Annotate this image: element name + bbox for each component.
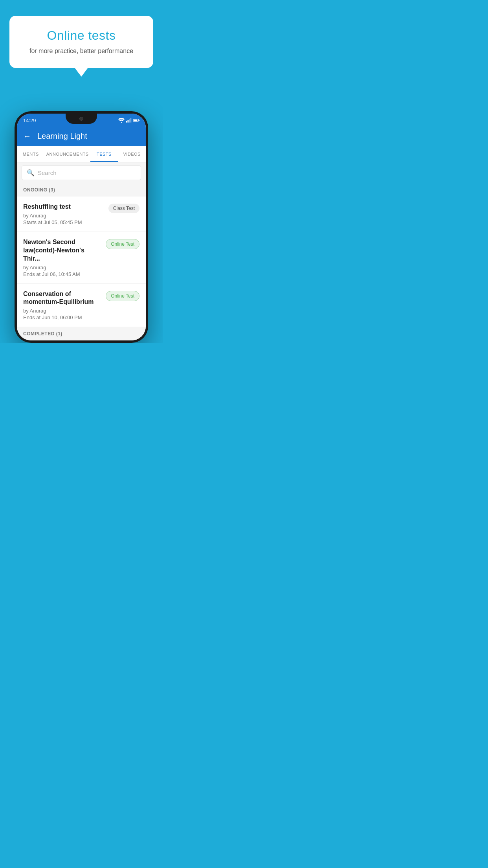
test-author: by Anurag — [23, 265, 102, 270]
search-icon: 🔍 — [27, 169, 35, 177]
list-item[interactable]: Newton's Second law(contd)-Newton's Thir… — [17, 232, 146, 283]
tab-videos[interactable]: VIDEOS — [118, 146, 146, 162]
section-header-ongoing: ONGOING (3) — [17, 183, 146, 197]
camera-cutout — [79, 117, 83, 121]
test-title: Reshuffling test — [23, 203, 105, 211]
battery-icon — [133, 118, 139, 123]
speech-bubble: Online tests for more practice, better p… — [9, 16, 153, 68]
section-header-completed: COMPLETED (1) — [17, 327, 146, 340]
test-title: Conservation of momentum-Equilibrium — [23, 290, 102, 307]
tab-tests[interactable]: TESTS — [90, 146, 118, 162]
list-item[interactable]: Reshuffling test by Anurag Starts at Jul… — [17, 197, 146, 232]
phone-container: 14:29 — [0, 92, 163, 343]
wifi-icon — [118, 118, 125, 123]
test-author: by Anurag — [23, 213, 105, 219]
svg-rect-3 — [130, 118, 132, 123]
test-info: Conservation of momentum-Equilibrium by … — [23, 290, 102, 321]
search-placeholder: Search — [38, 169, 57, 176]
app-bar: ← Learning Light — [17, 126, 146, 146]
test-date: Ends at Jun 10, 06:00 PM — [23, 314, 102, 320]
phone-mockup: 14:29 — [15, 111, 148, 343]
status-icons — [118, 118, 139, 123]
search-box[interactable]: 🔍 Search — [22, 166, 141, 180]
test-date: Starts at Jul 05, 05:45 PM — [23, 219, 105, 225]
phone-notch — [66, 114, 97, 124]
test-badge-online-test: Online Test — [106, 239, 139, 249]
tab-announcements[interactable]: ANNOUNCEMENTS — [45, 146, 90, 162]
test-date: Ends at Jul 06, 10:45 AM — [23, 271, 102, 277]
svg-rect-1 — [128, 120, 129, 123]
hero-section: Online tests for more practice, better p… — [0, 0, 163, 92]
svg-rect-2 — [129, 120, 130, 123]
hero-subtitle: for more practice, better performance — [20, 47, 142, 55]
test-list: Reshuffling test by Anurag Starts at Jul… — [17, 197, 146, 327]
signal-icon — [126, 118, 132, 123]
status-time: 14:29 — [23, 118, 36, 123]
back-button[interactable]: ← — [23, 132, 31, 141]
test-info: Reshuffling test by Anurag Starts at Jul… — [23, 203, 105, 225]
test-info: Newton's Second law(contd)-Newton's Thir… — [23, 238, 102, 277]
search-container: 🔍 Search — [17, 162, 146, 183]
list-item[interactable]: Conservation of momentum-Equilibrium by … — [17, 284, 146, 327]
hero-title: Online tests — [20, 28, 142, 43]
test-author: by Anurag — [23, 308, 102, 314]
test-title: Newton's Second law(contd)-Newton's Thir… — [23, 238, 102, 263]
test-badge-online-test-2: Online Test — [106, 291, 139, 301]
svg-rect-6 — [139, 120, 139, 121]
phone-screen: 14:29 — [17, 114, 146, 340]
app-title: Learning Light — [37, 132, 87, 141]
svg-rect-0 — [126, 121, 127, 123]
test-badge-class-test: Class Test — [108, 204, 139, 213]
tabs-bar: MENTS ANNOUNCEMENTS TESTS VIDEOS — [17, 146, 146, 162]
tab-ments[interactable]: MENTS — [17, 146, 45, 162]
svg-rect-5 — [134, 120, 137, 121]
